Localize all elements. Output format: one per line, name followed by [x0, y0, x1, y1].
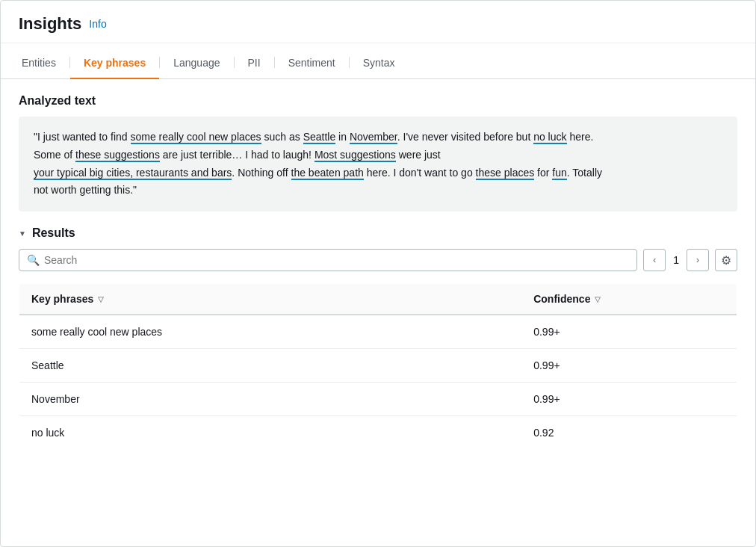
- highlight-november[interactable]: November: [350, 131, 397, 144]
- highlight-typical-cities[interactable]: your typical big cities, restaurants and…: [34, 167, 232, 180]
- sort-icon-confidence: ▽: [595, 295, 601, 303]
- highlight-fun[interactable]: fun: [552, 167, 566, 180]
- highlight-beaten-path[interactable]: the beaten path: [291, 167, 364, 180]
- analyzed-text-box: "I just wanted to find some really cool …: [19, 117, 737, 211]
- tab-sentiment[interactable]: Sentiment: [275, 46, 349, 79]
- table-header-row: Key phrases ▽ Confidence ▽: [19, 284, 737, 315]
- highlight-no-luck[interactable]: no luck: [533, 131, 566, 144]
- table-row: no luck 0.92: [19, 416, 737, 450]
- cell-phrase: November: [19, 383, 522, 416]
- tab-pii[interactable]: PII: [235, 46, 274, 79]
- next-page-button[interactable]: ›: [687, 249, 709, 271]
- col-header-key-phrases[interactable]: Key phrases ▽: [19, 284, 522, 315]
- text-intro: "I just wanted to find: [34, 131, 131, 143]
- info-link[interactable]: Info: [89, 18, 106, 30]
- cell-confidence: 0.92: [521, 416, 737, 450]
- page-header: Insights Info: [1, 1, 755, 43]
- analyzed-text-title: Analyzed text: [19, 94, 737, 108]
- cell-confidence: 0.99+: [521, 315, 737, 349]
- main-content: Analyzed text "I just wanted to find som…: [1, 79, 755, 465]
- sort-icon-phrases: ▽: [98, 295, 104, 303]
- highlight-seattle[interactable]: Seattle: [303, 131, 336, 144]
- cell-phrase: some really cool new places: [19, 315, 522, 349]
- table-body: some really cool new places 0.99+ Seattl…: [19, 315, 737, 450]
- page-number: 1: [669, 254, 684, 266]
- table-row: Seattle 0.99+: [19, 349, 737, 383]
- highlight-most-suggestions[interactable]: Most suggestions: [315, 149, 396, 162]
- tab-key-phrases[interactable]: Key phrases: [70, 46, 159, 79]
- col-header-confidence[interactable]: Confidence ▽: [521, 284, 737, 315]
- tabs-container: Entities Key phrases Language PII Sentim…: [1, 46, 755, 79]
- page-title: Insights: [19, 14, 81, 34]
- results-section: ▼ Results 🔍 ‹ 1 › ⚙: [19, 226, 737, 450]
- pagination-controls: ‹ 1 ›: [643, 249, 709, 271]
- highlight-some-really-cool[interactable]: some really cool new places: [131, 131, 261, 144]
- cell-confidence: 0.99+: [521, 383, 737, 416]
- table-row: November 0.99+: [19, 383, 737, 416]
- table-header: Key phrases ▽ Confidence ▽: [19, 284, 737, 315]
- table-row: some really cool new places 0.99+: [19, 315, 737, 349]
- tab-syntax[interactable]: Syntax: [350, 46, 409, 79]
- results-title: Results: [32, 226, 75, 240]
- search-icon: 🔍: [27, 254, 40, 266]
- highlight-these-suggestions[interactable]: these suggestions: [75, 149, 160, 162]
- cell-confidence: 0.99+: [521, 349, 737, 383]
- table-settings-button[interactable]: ⚙: [715, 249, 737, 271]
- results-header[interactable]: ▼ Results: [19, 226, 737, 240]
- search-input[interactable]: [44, 254, 629, 266]
- collapse-triangle-icon: ▼: [19, 229, 26, 238]
- cell-phrase: no luck: [19, 416, 522, 450]
- tab-entities[interactable]: Entities: [19, 46, 69, 79]
- cell-phrase: Seattle: [19, 349, 522, 383]
- results-table: Key phrases ▽ Confidence ▽: [19, 283, 737, 450]
- search-input-wrapper: 🔍: [19, 249, 637, 271]
- tab-language[interactable]: Language: [160, 46, 233, 79]
- highlight-these-places[interactable]: these places: [476, 167, 535, 180]
- search-bar-row: 🔍 ‹ 1 › ⚙: [19, 249, 737, 271]
- prev-page-button[interactable]: ‹: [643, 249, 666, 271]
